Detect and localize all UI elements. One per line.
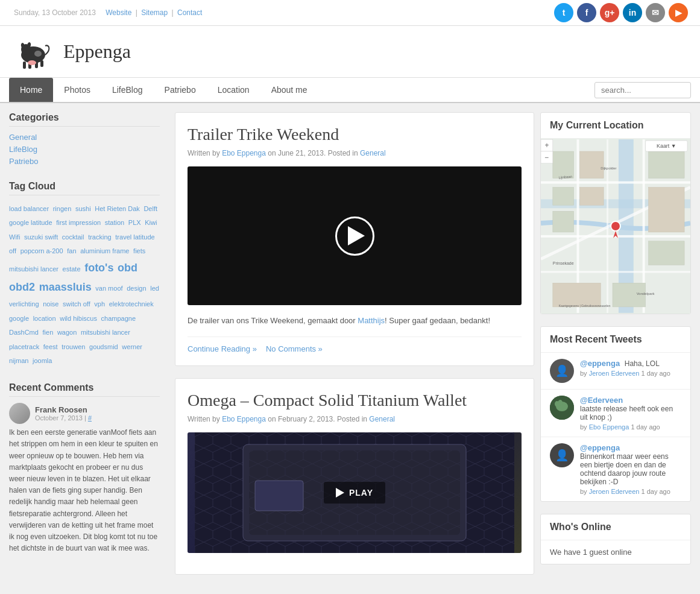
play-button-overlay[interactable]: PLAY [324, 482, 385, 504]
tag-elektro[interactable]: elektrotechniek [109, 300, 154, 308]
post-category-omega[interactable]: General [369, 415, 395, 423]
tag-dashcmd[interactable]: DashCmd [9, 329, 39, 336]
no-comments-trike[interactable]: No Comments » [266, 344, 323, 353]
whos-online-section: Who's Online We have 1 guest online [540, 514, 691, 564]
nav-home[interactable]: Home [9, 78, 53, 102]
recent-comments-section: Recent Comments Frank Roosen October 7, … [9, 382, 160, 554]
tag-wagon[interactable]: wagon [57, 329, 77, 336]
tag-google-latitude[interactable]: google latitude [9, 219, 52, 226]
tag-goudsmid[interactable]: goudsmid [89, 343, 118, 350]
rss-icon[interactable]: ▶ [669, 3, 688, 22]
linkedin-icon[interactable]: in [623, 3, 642, 22]
post-author-omega[interactable]: Ebo Eppenga [222, 415, 266, 423]
tag-sushi[interactable]: sushi [75, 205, 91, 212]
tweet-author-1[interactable]: @eppenga [580, 359, 620, 368]
post-title-link-trike[interactable]: Trailer Trike Weekend [188, 125, 339, 144]
tag-rieten[interactable]: Het Rieten Dak [95, 205, 140, 212]
continue-reading-trike[interactable]: Continue Reading » [188, 344, 257, 353]
tag-joomla[interactable]: joomla [33, 357, 52, 364]
nav-patriebo[interactable]: Patriebo [154, 78, 207, 102]
tag-placetrack[interactable]: placetrack [9, 343, 39, 350]
tweet-meta-author-1[interactable]: Jeroen Ederveen [589, 370, 640, 377]
tag-fan[interactable]: fan [67, 247, 76, 254]
tweet-time-1: 1 day ago [642, 370, 670, 377]
tag-tracking[interactable]: tracking [88, 233, 112, 241]
tag-aluminium[interactable]: aluminium frame [80, 247, 129, 254]
tag-hibiscus[interactable]: wild hibiscus [60, 315, 97, 322]
location-section: My Current Location [540, 112, 691, 314]
navigation: Home Photos LifeBlog Patriebo Location A… [0, 77, 700, 103]
tag-travel-latitude[interactable]: travel latitude [115, 233, 154, 241]
nav-about[interactable]: About me [260, 78, 318, 102]
contact-link[interactable]: Contact [177, 8, 202, 17]
tweet-text-1: Haha, LOL [625, 359, 660, 368]
tag-ringen[interactable]: ringen [53, 205, 72, 212]
facebook-icon[interactable]: f [577, 3, 596, 22]
video-player-trike[interactable] [188, 166, 522, 305]
website-link[interactable]: Website [106, 8, 131, 17]
sitemap-link[interactable]: Sitemap [141, 8, 168, 17]
tag-off[interactable]: off [9, 247, 16, 254]
comment-date: October 7, 2013 | # [35, 414, 92, 422]
tag-popcorn[interactable]: popcorn a-200 [20, 247, 63, 254]
post-category-trike[interactable]: General [360, 149, 386, 157]
tag-vph[interactable]: vph [94, 300, 105, 308]
comment-text: Ik ben een eerste generatie vanMoof fiet… [9, 427, 160, 554]
category-patriebo[interactable]: Patriebo [9, 157, 160, 166]
tag-obd[interactable]: obd [118, 262, 137, 274]
tag-first-impression[interactable]: first impression [56, 219, 101, 226]
tag-wifi[interactable]: Wifi [9, 233, 20, 241]
tag-switchoff[interactable]: switch off [63, 300, 90, 308]
category-general[interactable]: General [9, 133, 160, 142]
location-title: My Current Location [541, 113, 690, 139]
tag-champagne[interactable]: champagne [101, 315, 136, 322]
tag-mit-lancer[interactable]: mitsubishi lancer [81, 329, 130, 336]
tag-fotos[interactable]: foto's [84, 262, 113, 274]
play-button-trike[interactable] [335, 216, 374, 256]
email-icon[interactable]: ✉ [646, 3, 665, 22]
tag-obd2[interactable]: obd2 [9, 281, 35, 293]
nav-photos[interactable]: Photos [53, 78, 101, 102]
tag-feest[interactable]: feest [43, 343, 58, 350]
post-title-link-omega[interactable]: Omega – Compact Solid Titanium Wallet [188, 391, 467, 409]
post-trailer-trike: Trailer Trike Weekend Written by Ebo Epp… [175, 112, 534, 366]
tag-cocktail[interactable]: cocktail [62, 233, 84, 241]
twitter-icon[interactable]: t [554, 3, 573, 22]
tag-noise[interactable]: noise [43, 300, 58, 308]
tag-fien[interactable]: fien [43, 329, 54, 336]
matthijs-link[interactable]: Matthijs [358, 316, 385, 325]
tag-kiwi[interactable]: Kiwi [145, 219, 157, 226]
tweet-meta-author-2[interactable]: Ebo Eppenga [589, 423, 629, 431]
tag-estate[interactable]: estate [63, 265, 81, 273]
tag-location[interactable]: location [33, 315, 56, 322]
tag-trouwen[interactable]: trouwen [61, 343, 85, 350]
tag-station[interactable]: station [105, 219, 124, 226]
gplus-icon[interactable]: g+ [600, 3, 619, 22]
tweet-author-3[interactable]: @eppenga [580, 443, 620, 452]
categories-section: Categories General LifeBlog Patriebo [9, 112, 160, 166]
tag-google[interactable]: google [9, 315, 29, 322]
nav-lifeblog[interactable]: LifeBlog [101, 78, 154, 102]
tag-suzuki[interactable]: suzuki swift [24, 233, 58, 241]
comment-hash-link[interactable]: # [88, 414, 92, 422]
tag-maassluis[interactable]: maassluis [39, 281, 92, 293]
tweet-time-3: 1 day ago [642, 488, 670, 495]
recent-comments-title: Recent Comments [9, 382, 160, 397]
tag-delft[interactable]: Delft [143, 205, 157, 212]
search-input[interactable] [594, 82, 691, 98]
category-lifeblog[interactable]: LifeBlog [9, 145, 160, 154]
wallet-image[interactable]: PLAY [188, 432, 522, 553]
map-container[interactable]: + − Kaart ▼ Lijnbaan Dijkpolder Prinseka… [541, 139, 690, 314]
nav-location[interactable]: Location [207, 78, 260, 102]
tweet-author-2[interactable]: @Ederveen [580, 396, 623, 405]
right-sidebar: My Current Location [540, 112, 691, 587]
tag-loadbalancer[interactable]: load balancer [9, 205, 49, 212]
tag-mitsubishi[interactable]: mitsubishi lancer [9, 265, 58, 273]
tag-design[interactable]: design [127, 285, 146, 292]
post-author-trike[interactable]: Ebo Eppenga [222, 149, 266, 157]
tweet-avatar-1: 👤 [550, 359, 574, 383]
tweet-meta-author-3[interactable]: Jeroen Ederveen [589, 488, 640, 495]
tag-plx[interactable]: PLX [128, 219, 141, 226]
tag-fiets[interactable]: fiets [133, 247, 145, 254]
tag-vanmoof[interactable]: van moof [95, 285, 122, 292]
